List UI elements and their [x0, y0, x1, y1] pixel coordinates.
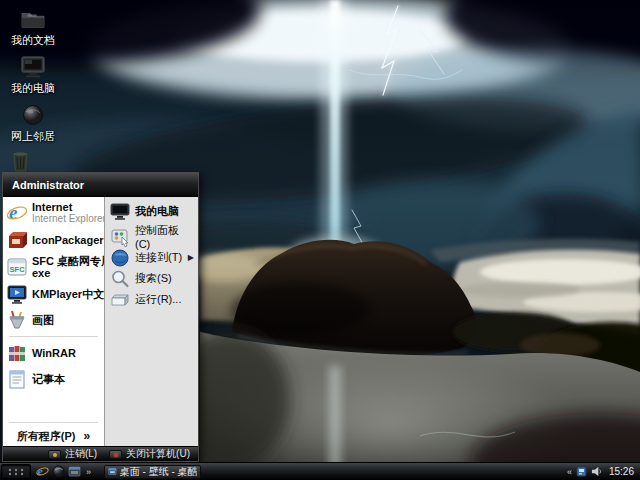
- item-label: 我的电脑: [135, 204, 179, 219]
- start-button-grid-icon: [7, 467, 25, 477]
- iconpackager-icon: [6, 229, 28, 251]
- desktop-icon-label: 我的文档: [11, 34, 55, 46]
- log-off-icon: [48, 450, 61, 459]
- quick-launch-overflow-chevron[interactable]: »: [84, 467, 93, 477]
- item-label: 运行(R)...: [135, 292, 181, 307]
- sfc-app-icon: SFC: [6, 256, 28, 278]
- run-icon: [110, 290, 130, 310]
- desktop-icon-label: 我的电脑: [11, 82, 55, 94]
- item-title: 记事本: [32, 373, 65, 385]
- taskbar: e »: [0, 462, 640, 480]
- start-menu-item-search[interactable]: 搜索(S): [105, 268, 198, 289]
- start-menu-item-sfc-exe[interactable]: SFC SFC 桌酷网专用版. exe: [3, 253, 104, 281]
- quick-launch-bar: e »: [33, 465, 96, 478]
- taskbar-clock[interactable]: 15:26: [609, 466, 634, 477]
- task-window-icon: [108, 466, 117, 477]
- item-title: IconPackager: [32, 234, 101, 246]
- start-menu-footer: 注销(L) 关闭计算机(U): [3, 446, 198, 461]
- connect-to-globe-icon: [110, 248, 130, 268]
- kmplayer-icon: [6, 283, 28, 305]
- search-icon: [110, 269, 130, 289]
- item-title-line2: exe: [32, 267, 101, 279]
- start-menu-item-internet-explorer[interactable]: e Internet Internet Explorer: [3, 199, 104, 227]
- turn-off-computer-button[interactable]: 关闭计算机(U): [109, 447, 190, 461]
- start-menu-item-notepad[interactable]: 记事本: [3, 366, 104, 392]
- volume-speaker-icon[interactable]: [591, 466, 602, 477]
- start-button[interactable]: [1, 464, 31, 479]
- quick-launch-internet-explorer-icon[interactable]: e: [36, 465, 49, 478]
- item-title: 画图: [32, 314, 54, 326]
- all-programs-label: 所有程序(P): [17, 429, 76, 444]
- desktop-icon-list: 我的文档 我的电脑: [4, 6, 62, 150]
- start-menu: Administrator e Internet Internet Explor…: [2, 172, 199, 462]
- item-subtitle: Internet Explorer: [32, 213, 101, 225]
- item-title: WinRAR: [32, 347, 76, 359]
- start-menu-user-banner: Administrator: [3, 173, 198, 197]
- internet-explorer-icon: e: [6, 202, 28, 224]
- quick-launch-window-app-icon[interactable]: [68, 465, 81, 478]
- paint-icon: [6, 309, 28, 331]
- start-menu-right-column: 我的电脑 控制面板(C): [104, 197, 198, 446]
- tray-program-icon[interactable]: [576, 466, 587, 477]
- start-menu-item-kmplayer[interactable]: KMPlayer中文版: [3, 281, 104, 307]
- desktop-icon-my-documents[interactable]: 我的文档: [4, 6, 62, 52]
- start-menu-separator: [9, 336, 98, 337]
- task-button-label: 桌面 - 壁纸 - 桌酷壁...: [120, 465, 197, 479]
- start-menu-item-my-computer[interactable]: 我的电脑: [105, 200, 198, 222]
- start-menu-item-paint[interactable]: 画图: [3, 307, 104, 333]
- notepad-icon: [6, 368, 28, 390]
- system-tray: « 15:26: [567, 466, 640, 477]
- all-programs-button[interactable]: 所有程序(P) »: [3, 426, 104, 446]
- my-computer-icon: [110, 201, 130, 221]
- desktop-icon-my-computer[interactable]: 我的电脑: [4, 54, 62, 100]
- item-label: 控制面板(C): [135, 223, 194, 250]
- start-menu-left-column: e Internet Internet Explorer: [3, 197, 104, 446]
- svg-text:SFC: SFC: [10, 265, 26, 274]
- winrar-icon: [6, 342, 28, 364]
- desktop: 我的文档 我的电脑: [0, 0, 640, 480]
- start-menu-item-connect-to[interactable]: 连接到(T) ▶: [105, 247, 198, 268]
- desktop-icon-network-places[interactable]: 网上邻居: [4, 102, 62, 148]
- tray-expand-chevron[interactable]: «: [567, 467, 572, 477]
- all-programs-arrow-icon: »: [83, 429, 90, 443]
- submenu-arrow-icon: ▶: [188, 253, 194, 262]
- taskbar-task-button[interactable]: 桌面 - 壁纸 - 桌酷壁...: [104, 465, 201, 479]
- item-title: SFC 桌酷网专用版.: [32, 255, 101, 267]
- control-panel-icon: [110, 227, 130, 247]
- log-off-button[interactable]: 注销(L): [48, 447, 97, 461]
- start-menu-separator: [9, 422, 98, 423]
- desktop-icon-label: 网上邻居: [11, 130, 55, 142]
- computer-icon: [4, 54, 62, 78]
- start-menu-item-control-panel[interactable]: 控制面板(C): [105, 226, 198, 247]
- item-title: Internet: [32, 201, 101, 213]
- turn-off-label: 关闭计算机(U): [126, 447, 190, 461]
- folder-documents-icon: [4, 6, 62, 30]
- item-label: 搜索(S): [135, 271, 172, 286]
- start-menu-item-iconpackager[interactable]: IconPackager: [3, 227, 104, 253]
- item-label: 连接到(T): [135, 250, 182, 265]
- item-title: KMPlayer中文版: [32, 288, 101, 300]
- svg-text:e: e: [9, 202, 18, 223]
- network-globe-icon: [4, 102, 62, 126]
- start-menu-item-run[interactable]: 运行(R)...: [105, 289, 198, 310]
- quick-launch-show-desktop-icon[interactable]: [52, 465, 65, 478]
- log-off-label: 注销(L): [65, 447, 97, 461]
- power-icon: [109, 450, 122, 459]
- start-menu-item-winrar[interactable]: WinRAR: [3, 340, 104, 366]
- start-menu-user-name: Administrator: [12, 179, 84, 191]
